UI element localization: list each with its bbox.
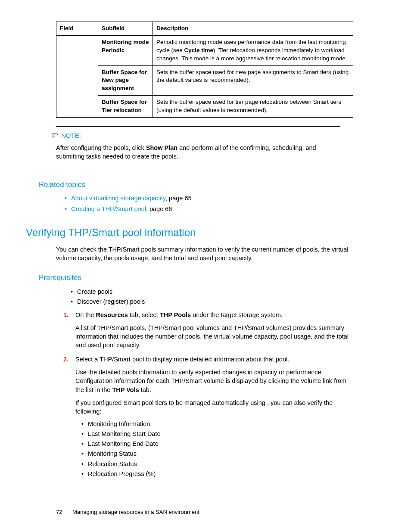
note-icon: [52, 133, 59, 139]
divider: [56, 126, 340, 127]
section-heading: Verifying THP/Smart pool information: [26, 225, 372, 240]
list-item: Last Monitoring Start Date: [81, 429, 372, 438]
intro-paragraph: You can check the THP/Smart pools summar…: [56, 245, 349, 263]
list-item: Discover (register) pools: [71, 297, 372, 306]
related-topics-list: About virtualizing storage capacity, pag…: [65, 194, 372, 213]
related-topics-heading: Related topics: [39, 180, 372, 190]
step-2: Select a THP/Smart pool to display more …: [63, 355, 372, 479]
page-footer: 72 Managing storage resources in a SAN e…: [56, 508, 372, 516]
steps-list: On the Resources tab, select THP Pools u…: [63, 311, 372, 479]
th-subfield: Subfield: [98, 22, 153, 36]
list-item: Last Monitoring End Date: [81, 439, 372, 448]
link-virtualizing[interactable]: About virtualizing storage capacity: [71, 195, 165, 202]
td-desc: Sets the buffer space used for new page …: [153, 65, 353, 96]
list-item: Relocation Status: [81, 460, 372, 468]
list-item: Monitoring Status: [81, 449, 372, 458]
footer-title: Managing storage resources in a SAN envi…: [72, 509, 199, 515]
td-desc: Sets the buffer space used for tier page…: [153, 96, 353, 118]
step-2-para1: Use the detailed pools information to ve…: [75, 368, 351, 394]
page-number: 72: [56, 509, 62, 515]
th-field: Field: [56, 22, 98, 36]
list-item: Creating a THP/Smart pool, page 66: [65, 205, 372, 213]
list-item: Relocation Progress (%): [81, 470, 372, 478]
note-label: NOTE:: [61, 131, 81, 140]
list-item: Create pools: [71, 287, 372, 296]
td-subfield: Buffer Space for New page assignment: [98, 65, 153, 96]
td-field-blank: [56, 35, 98, 117]
step-2-list: Monitoring Information Last Monitoring S…: [81, 420, 372, 479]
step-2-para2: If you configured Smart pool tiers to be…: [75, 398, 351, 416]
note-body: After configuring the pools, click Show …: [56, 143, 340, 161]
prereq-bullets: Create pools Discover (register) pools: [71, 287, 372, 306]
divider: [56, 169, 340, 169]
list-item: About virtualizing storage capacity, pag…: [65, 194, 372, 202]
td-subfield: Buffer Space for Tier relocation: [98, 96, 153, 118]
step-1-para: A list of THP/Smart pools, (THP/Smart po…: [75, 324, 351, 350]
link-creating-pool[interactable]: Creating a THP/Smart pool: [71, 205, 146, 212]
field-table: Field Subfield Description Monitoring mo…: [56, 22, 353, 118]
th-description: Description: [153, 22, 353, 36]
td-desc: Periodic monitoring mode uses performanc…: [153, 35, 353, 65]
step-1: On the Resources tab, select THP Pools u…: [63, 311, 372, 350]
prerequisites-heading: Prerequisites: [39, 273, 372, 283]
td-subfield: Monitoring mode Periodic: [98, 35, 153, 65]
list-item: Monitoring Information: [81, 420, 372, 428]
